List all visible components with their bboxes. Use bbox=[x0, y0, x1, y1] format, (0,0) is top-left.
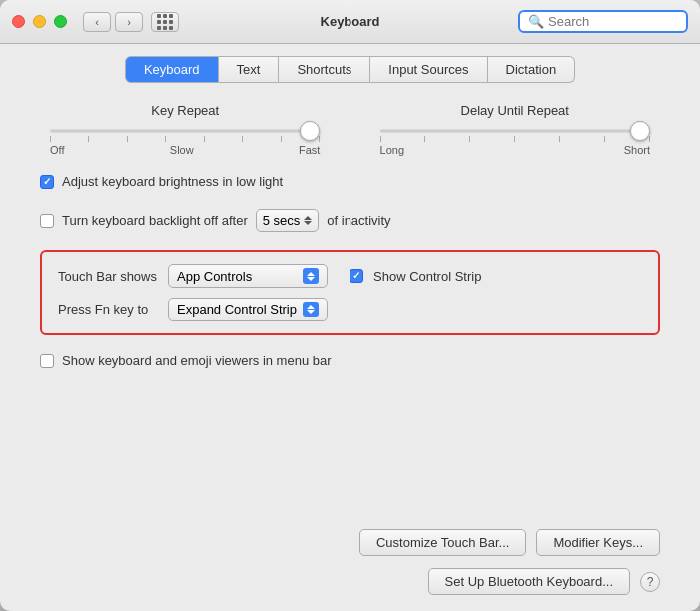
adjust-brightness-checkbox[interactable] bbox=[40, 175, 54, 189]
backlight-off-prefix: Turn keyboard backlight off after bbox=[62, 213, 248, 228]
tab-input-sources[interactable]: Input Sources bbox=[370, 56, 487, 83]
key-repeat-slow: Slow bbox=[170, 144, 194, 156]
key-repeat-group: Key Repeat Off Slow Fast bbox=[50, 103, 320, 156]
touchbar-shows-row: Touch Bar shows App Controls Show Contro… bbox=[58, 264, 642, 288]
bottom-bar: Customize Touch Bar... Modifier Keys... bbox=[0, 519, 700, 568]
key-repeat-slider[interactable] bbox=[50, 128, 320, 134]
customize-touch-bar-button[interactable]: Customize Touch Bar... bbox=[359, 529, 526, 556]
backlight-off-suffix: of inactivity bbox=[327, 213, 390, 228]
help-button[interactable]: ? bbox=[640, 572, 660, 592]
keyboard-preferences-window: ‹ › Keyboard 🔍 Keyboard Text Shortcuts I… bbox=[0, 0, 700, 611]
key-repeat-off: Off bbox=[50, 144, 64, 156]
fn-key-label: Press Fn key to bbox=[58, 303, 158, 317]
footer-bar: Set Up Bluetooth Keyboard... ? bbox=[0, 568, 700, 611]
touchbar-shows-value: App Controls bbox=[177, 269, 252, 284]
delay-long: Long bbox=[380, 144, 404, 156]
back-button[interactable]: ‹ bbox=[83, 12, 111, 32]
close-button[interactable] bbox=[12, 15, 25, 28]
show-control-strip-label: Show Control Strip bbox=[373, 269, 481, 284]
sliders-row: Key Repeat Off Slow Fast Delay bbox=[40, 103, 660, 156]
bluetooth-keyboard-button[interactable]: Set Up Bluetooth Keyboard... bbox=[428, 568, 630, 595]
search-input[interactable] bbox=[548, 14, 678, 29]
tab-bar: Keyboard Text Shortcuts Input Sources Di… bbox=[0, 44, 700, 83]
main-content: Key Repeat Off Slow Fast Delay bbox=[0, 83, 700, 519]
key-repeat-fast: Fast bbox=[299, 144, 320, 156]
tab-shortcuts[interactable]: Shortcuts bbox=[279, 56, 370, 83]
touchbar-shows-label: Touch Bar shows bbox=[58, 269, 158, 284]
nav-buttons: ‹ › bbox=[83, 12, 143, 32]
traffic-lights bbox=[12, 15, 67, 28]
delay-repeat-slider[interactable] bbox=[380, 128, 650, 134]
search-box[interactable]: 🔍 bbox=[518, 10, 688, 33]
key-repeat-label: Key Repeat bbox=[151, 103, 219, 118]
minimize-button[interactable] bbox=[33, 15, 46, 28]
modifier-keys-button[interactable]: Modifier Keys... bbox=[536, 529, 660, 556]
delay-short: Short bbox=[624, 144, 650, 156]
adjust-brightness-label: Adjust keyboard brightness in low light bbox=[62, 174, 283, 189]
touchbar-section: Touch Bar shows App Controls Show Contro… bbox=[40, 250, 660, 335]
backlight-off-checkbox[interactable] bbox=[40, 214, 54, 228]
touchbar-shows-arrow bbox=[303, 268, 319, 284]
fn-key-arrow bbox=[303, 302, 319, 317]
emoji-viewer-row: Show keyboard and emoji viewers in menu … bbox=[40, 351, 660, 370]
fn-key-row: Press Fn key to Expand Control Strip bbox=[58, 298, 642, 321]
titlebar: ‹ › Keyboard 🔍 bbox=[0, 0, 700, 44]
grid-button[interactable] bbox=[151, 12, 179, 32]
secs-value: 5 secs bbox=[263, 213, 301, 228]
secs-dropdown-arrow bbox=[304, 216, 312, 225]
secs-dropdown[interactable]: 5 secs bbox=[256, 209, 320, 232]
tab-dictation[interactable]: Dictation bbox=[488, 56, 576, 83]
touchbar-shows-dropdown[interactable]: App Controls bbox=[168, 264, 328, 288]
show-control-strip-checkbox[interactable] bbox=[350, 269, 363, 283]
fn-key-dropdown[interactable]: Expand Control Strip bbox=[168, 298, 328, 321]
delay-repeat-group: Delay Until Repeat Long Short bbox=[380, 103, 650, 156]
backlight-off-row: Turn keyboard backlight off after 5 secs… bbox=[40, 207, 660, 234]
delay-repeat-label: Delay Until Repeat bbox=[461, 103, 569, 118]
tab-text[interactable]: Text bbox=[219, 56, 280, 83]
maximize-button[interactable] bbox=[54, 15, 67, 28]
window-title: Keyboard bbox=[321, 14, 380, 29]
emoji-viewer-label: Show keyboard and emoji viewers in menu … bbox=[62, 353, 332, 368]
emoji-viewer-checkbox[interactable] bbox=[40, 354, 54, 368]
adjust-brightness-row: Adjust keyboard brightness in low light bbox=[40, 172, 660, 191]
fn-key-value: Expand Control Strip bbox=[177, 303, 297, 317]
search-icon: 🔍 bbox=[528, 14, 544, 29]
tab-keyboard[interactable]: Keyboard bbox=[125, 56, 219, 83]
forward-button[interactable]: › bbox=[115, 12, 143, 32]
